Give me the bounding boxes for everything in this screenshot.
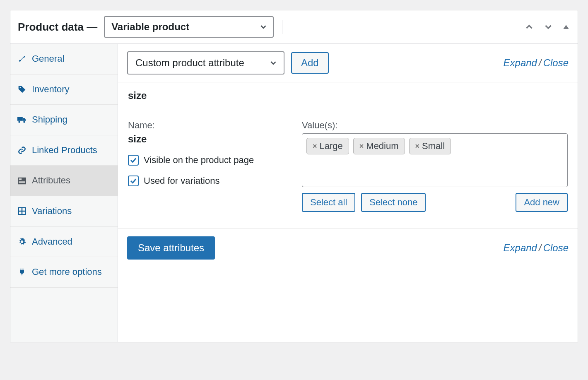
- tag-label: Small: [422, 141, 445, 152]
- value-tag: ×Medium: [353, 138, 405, 154]
- spacer: [431, 193, 510, 212]
- sidebar-item-get-more[interactable]: Get more options: [10, 257, 118, 288]
- svg-rect-6: [19, 178, 22, 180]
- used-checkbox[interactable]: [128, 176, 139, 186]
- slash: /: [537, 242, 543, 253]
- gear-icon: [17, 238, 27, 246]
- remove-tag-icon[interactable]: ×: [415, 142, 420, 151]
- plug-icon: [17, 268, 27, 276]
- product-type-select[interactable]: Variable product: [104, 16, 274, 38]
- value-tag: ×Large: [306, 138, 349, 154]
- used-checkbox-row: Used for variations: [128, 176, 285, 186]
- sidebar-item-variations[interactable]: Variations: [10, 196, 118, 227]
- svg-point-1: [20, 87, 21, 88]
- select-all-button[interactable]: Select all: [302, 193, 355, 212]
- values-input[interactable]: ×Large×Medium×Small: [302, 133, 568, 187]
- tag-label: Medium: [366, 141, 398, 152]
- attribute-type-select[interactable]: Custom product attribute: [127, 51, 284, 75]
- panel-icon: [17, 177, 27, 185]
- add-new-button[interactable]: Add new: [516, 193, 568, 212]
- remove-tag-icon[interactable]: ×: [313, 142, 317, 151]
- sidebar-item-attributes[interactable]: Attributes: [10, 166, 118, 196]
- values-label: Value(s):: [302, 120, 568, 131]
- product-type-value: Variable product: [111, 21, 189, 33]
- wrench-icon: [17, 55, 27, 63]
- close-link[interactable]: Close: [543, 57, 569, 68]
- attribute-footer: Save attributes Expand/Close: [118, 229, 578, 269]
- add-attribute-button[interactable]: Add: [291, 52, 329, 74]
- svg-rect-2: [17, 117, 23, 121]
- visible-checkbox[interactable]: [128, 155, 139, 166]
- sidebar-item-label: Get more options: [32, 266, 102, 278]
- sidebar-item-shipping[interactable]: Shipping: [10, 105, 118, 135]
- value-tag: ×Small: [409, 138, 451, 154]
- panel-header: Product data — Variable product: [10, 10, 578, 44]
- chevron-down-icon: [269, 58, 278, 67]
- attribute-toolbar: Custom product attribute Add Expand/Clos…: [118, 44, 578, 82]
- tag-icon: [17, 85, 27, 94]
- expand-close-top: Expand/Close: [504, 57, 569, 69]
- save-attributes-button[interactable]: Save attributes: [127, 236, 215, 260]
- sidebar-item-general[interactable]: General: [10, 44, 118, 75]
- select-none-button[interactable]: Select none: [361, 193, 426, 212]
- name-label: Name:: [128, 120, 285, 131]
- link-icon: [17, 146, 27, 154]
- close-link[interactable]: Close: [543, 242, 569, 253]
- grid-icon: [17, 207, 27, 215]
- sidebar-item-label: Advanced: [32, 236, 72, 248]
- check-icon: [130, 156, 137, 164]
- visible-checkbox-row: Visible on the product page: [128, 155, 285, 166]
- sidebar-item-label: Inventory: [32, 84, 70, 96]
- separator: [282, 20, 282, 34]
- attribute-type-value: Custom product attribute: [135, 57, 244, 69]
- remove-tag-icon[interactable]: ×: [359, 142, 364, 151]
- svg-point-3: [18, 121, 20, 123]
- sidebar: General Inventory Shipping Linked Produc…: [10, 44, 118, 342]
- attribute-right-col: Value(s): ×Large×Medium×Small Select all…: [302, 120, 568, 212]
- sidebar-item-label: Attributes: [32, 175, 70, 187]
- svg-marker-0: [563, 25, 569, 29]
- sidebar-item-label: Linked Products: [32, 144, 97, 156]
- name-value: size: [128, 133, 285, 145]
- content: Custom product attribute Add Expand/Clos…: [118, 44, 578, 342]
- expand-link[interactable]: Expand: [504, 242, 537, 253]
- chevron-down-icon: [259, 22, 268, 31]
- svg-point-4: [23, 121, 25, 123]
- attribute-left-col: Name: size Visible on the product page U…: [128, 120, 285, 212]
- truck-icon: [17, 115, 27, 124]
- attribute-row-body: Name: size Visible on the product page U…: [118, 109, 578, 229]
- value-buttons: Select all Select none Add new: [302, 193, 568, 212]
- used-label: Used for variations: [144, 176, 219, 186]
- svg-rect-7: [19, 181, 25, 182]
- panel-title: Product data —: [18, 21, 97, 34]
- sidebar-item-inventory[interactable]: Inventory: [10, 75, 118, 105]
- sidebar-item-label: Shipping: [32, 114, 67, 126]
- visible-label: Visible on the product page: [144, 155, 254, 166]
- panel-header-actions: [524, 22, 570, 32]
- attribute-row-header[interactable]: size: [118, 82, 578, 109]
- product-data-panel: Product data — Variable product General: [10, 10, 578, 342]
- panel-body: General Inventory Shipping Linked Produc…: [10, 44, 578, 342]
- toggle-collapse-icon[interactable]: [562, 23, 570, 31]
- sidebar-item-advanced[interactable]: Advanced: [10, 227, 118, 257]
- svg-rect-8: [19, 182, 25, 183]
- move-up-icon[interactable]: [524, 22, 535, 32]
- sidebar-item-label: Variations: [32, 205, 72, 217]
- check-icon: [130, 177, 137, 185]
- slash: /: [537, 57, 543, 68]
- expand-link[interactable]: Expand: [504, 57, 537, 68]
- sidebar-item-label: General: [32, 53, 64, 65]
- expand-close-bottom: Expand/Close: [504, 242, 569, 254]
- sidebar-item-linked-products[interactable]: Linked Products: [10, 135, 118, 166]
- tag-label: Large: [320, 141, 343, 152]
- move-down-icon[interactable]: [543, 22, 554, 32]
